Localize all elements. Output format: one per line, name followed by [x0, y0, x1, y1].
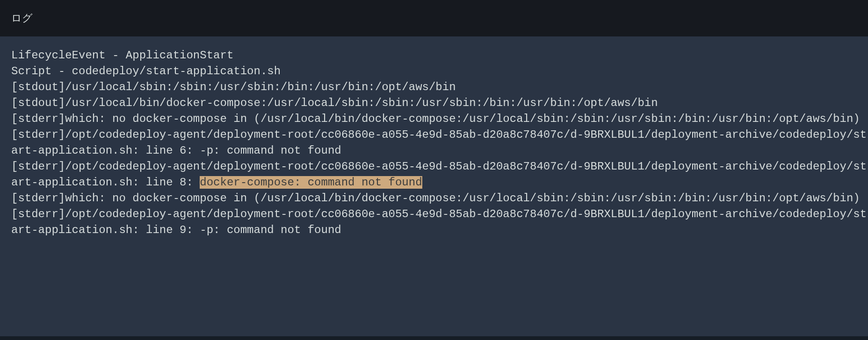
log-content[interactable]: LifecycleEvent - ApplicationStart Script…: [11, 48, 868, 238]
log-line: [stdout]/usr/local/bin/docker-compose:/u…: [11, 97, 658, 109]
log-line: [stderr]/opt/codedeploy-agent/deployment…: [11, 128, 867, 157]
log-header: ログ: [0, 0, 868, 36]
log-line: [stderr]/opt/codedeploy-agent/deployment…: [11, 208, 867, 236]
log-line-prefix: [stderr]/opt/codedeploy-agent/deployment…: [11, 160, 867, 189]
log-line: LifecycleEvent - ApplicationStart: [11, 49, 233, 62]
log-line: [stderr]which: no docker-compose in (/us…: [11, 192, 860, 205]
log-line: [stderr]which: no docker-compose in (/us…: [11, 113, 860, 125]
log-body: LifecycleEvent - ApplicationStart Script…: [0, 36, 868, 336]
log-highlight[interactable]: docker-compose: command not found: [200, 176, 422, 189]
log-header-title: ログ: [11, 12, 33, 24]
log-line: Script - codedeploy/start-application.sh: [11, 65, 281, 78]
log-line: [stdout]/usr/local/sbin:/sbin:/usr/sbin:…: [11, 81, 456, 93]
